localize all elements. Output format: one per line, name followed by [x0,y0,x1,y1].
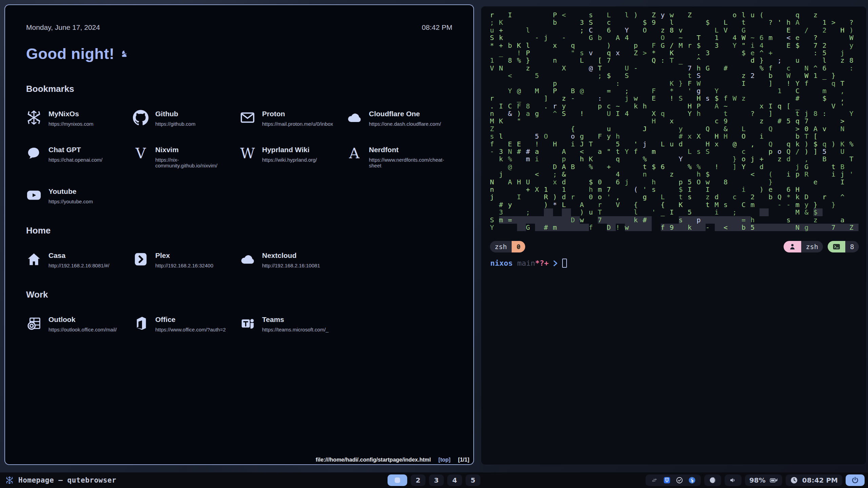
zellij-session-label: zsh [801,241,823,252]
matrix-row: p : K}FW I ] !Yf qT [490,80,859,87]
zellij-tab[interactable]: zsh 0 [490,241,525,252]
zellij-pane-count: 8 [845,241,859,252]
bookmark-text: Nixvimhttps://nix-community.github.io/ni… [155,146,240,168]
startpage-header: Monday, June 17, 2024 08:42 PM [26,23,452,32]
bookmark-name: Nixvim [155,146,240,154]
bookmark-text: Nerdfonthttps://www.nerdfonts.com/cheat-… [369,146,453,168]
bookmark-name: Github [155,110,195,118]
cloud-icon [347,110,362,125]
letter-w-icon: W [240,146,255,161]
clock-icon [790,476,798,484]
matrix-row: < 5 ;$ S tS z2 b W W1_} [490,72,859,79]
bookmark-name: Nextcloud [262,251,320,260]
workspace-2[interactable]: 2 [411,474,426,486]
volume-module[interactable] [725,474,742,486]
bookmark-text: Plexhttp://192.168.2.16:32400 [155,251,213,268]
bookmark-item-youtube[interactable]: Youtubehttps://youtube.com [26,187,133,204]
shell-prompt: nixos main *?+ [490,259,567,268]
system-tray [646,474,701,486]
section-items: Casahttp://192.168.2.16:8081/#/Plexhttp:… [26,251,452,268]
office-icon [133,316,149,331]
bookmark-text: Protonhttps://mail.proton.me/u/0/inbox [262,110,333,127]
matrix-row: f EE ! H iJT 5 'j Lud Hx @ , Q qk)$q)K% [490,140,859,148]
bluetooth-icon[interactable] [688,476,696,484]
bookmark-name: Casa [48,251,109,260]
zellij-status-bar: zsh 0 zsh 8 [490,241,859,252]
bookmark-name: Chat GPT [48,146,102,154]
matrix-row: 1 8%} n L [7 Q:T_ ^ d} ; u l z8 [490,57,859,64]
mail-icon [240,110,255,125]
bookmark-item-proton[interactable]: Protonhttps://mail.proton.me/u/0/inbox [240,110,347,127]
matrix-row: n +X1 1 hm7 ('s $I I i )e 6H [490,186,859,193]
workspace-1[interactable] [388,474,407,486]
night-light-module[interactable] [704,474,721,486]
matrix-row: sl 5O og Fyh #xX HH O i bT[ [490,133,859,140]
bookmark-name: MyNixOs [48,110,94,118]
power-button[interactable] [846,474,865,486]
startpage-date: Monday, June 17, 2024 [26,23,100,32]
workspace-4[interactable]: 4 [447,474,462,486]
clock-module[interactable]: 08:42 PM [786,474,842,486]
user-icon [784,241,801,252]
matrix-row: MK " H x c9 z #5q7 > [490,117,859,125]
bookmark-item-casa[interactable]: Casahttp://192.168.2.16:8081/#/ [26,251,133,268]
bookmark-text: Cloudflare Onehttps://one.dash.cloudflar… [369,110,441,127]
bookmark-name: Hyprland Wiki [262,146,317,154]
nixos-snowflake-icon [5,476,14,484]
bitwarden-shield-icon[interactable] [663,476,671,484]
bookmark-item-nixvim[interactable]: VNixvimhttps://nix-community.github.io/n… [133,146,240,168]
bookmark-url: https://wiki.hyprland.org/ [262,157,317,163]
matrix-row: .ICF8 .ry pc~ kh HP A~ xIq[_ V' [490,102,859,110]
bookmark-item-office[interactable]: Officehttps://www.office.com/?auth=2 [133,316,240,332]
section-bookmarks: BookmarksMyNixOshttps://mynixos.comGithu… [26,84,452,204]
bookmark-item-github[interactable]: Githubhttps://github.com [133,110,240,127]
battery-module[interactable]: 98% [745,474,782,486]
matrix-row: _ !P "sv qx Z>* K .3 $e^+ :5 j [490,49,859,57]
bookmark-url: https://github.com [155,121,195,127]
bookmark-text: Youtubehttps://youtube.com [48,187,93,204]
check-circle-icon[interactable] [676,476,683,484]
workspace-3[interactable]: 3 [429,474,444,486]
zellij-session-module: zsh [784,241,823,252]
bookmark-item-cloudflare-one[interactable]: Cloudflare Onehttps://one.dash.cloudflar… [347,110,453,127]
bookmark-item-nerdfont[interactable]: ANerdfonthttps://www.nerdfonts.com/cheat… [347,146,453,168]
bookmark-item-nextcloud[interactable]: Nextcloudhttp://192.168.2.16:10081 [240,251,347,268]
letter-v-icon: V [133,146,149,161]
prompt-git-status: *?+ [535,259,549,267]
matrix-row: r _ ] z- : jw E !S Hs$fWz # $ , [490,95,859,102]
matrix-row: *+bKl x q ) p FG/Mr$ 3 Y"i4 E$ 72 y [490,42,859,49]
section-work: WorkOutlookhttps://outlook.office.com/ma… [26,289,452,332]
nix-snowflake-icon [26,110,42,125]
matrix-row: Sm= Dw 7 k# s p =h s z a [490,216,859,224]
active-window-title: Homepage — qutebrowser [18,476,116,484]
bookmark-text: Githubhttps://github.com [155,110,195,127]
plex-chevron-icon [133,251,149,267]
bookmark-text: Nextcloudhttp://192.168.2.16:10081 [262,251,320,268]
bookmark-item-mynixos[interactable]: MyNixOshttps://mynixos.com [26,110,133,127]
qutebrowser-statusbar: file:///home/hadi/.config/startpage/inde… [316,457,469,463]
section-title: Work [26,289,452,300]
bookmark-name: Youtube [48,187,93,196]
qutebrowser-window: Monday, June 17, 2024 08:42 PM Good nigh… [4,4,474,465]
matrix-row: k% mi p hK q % Y }oj+ zd , B T [490,155,859,163]
waybar-window-title-module: Homepage — qutebrowser [5,472,116,488]
letter-a-icon: A [347,146,362,161]
bookmark-text: Officehttps://www.office.com/?auth=2 [155,316,226,332]
bookmark-item-outlook[interactable]: Outlookhttps://outlook.office.com/mail/ [26,316,133,332]
bookmark-name: Nerdfont [369,146,453,154]
sync-arrows-icon[interactable] [651,476,658,484]
workspace-5[interactable]: 5 [466,474,480,486]
waybar-right-modules: 98% 08:42 PM [646,474,865,486]
active-workspace-indicator [395,477,400,483]
startpage-time: 08:42 PM [422,23,452,32]
matrix-rain: r I P< s L l) Zyw Z olu( q z ;K b 3S c $… [490,11,859,231]
terminal-cursor[interactable] [562,259,567,268]
bookmark-item-plex[interactable]: Plexhttp://192.168.2.16:32400 [133,251,240,268]
bookmark-item-chat-gpt[interactable]: Chat GPThttps://chat.openai.com/ [26,146,133,168]
matrix-row: n &)ag ^S ! UI4 Xq Yh t ? ] tj8: Y [490,110,859,117]
bookmark-item-hyprland-wiki[interactable]: WHyprland Wikihttps://wiki.hyprland.org/ [240,146,347,168]
statusbar-url: file:///home/hadi/.config/startpage/inde… [316,457,431,463]
bookmark-url: https://nix-community.github.io/nixvim/ [155,157,240,168]
matrix-row: Y@ M P B@ = ; F * 'g Y 1 C m , [490,87,859,95]
bookmark-item-teams[interactable]: Teamshttps://teams.microsoft.com/_ [240,316,347,332]
